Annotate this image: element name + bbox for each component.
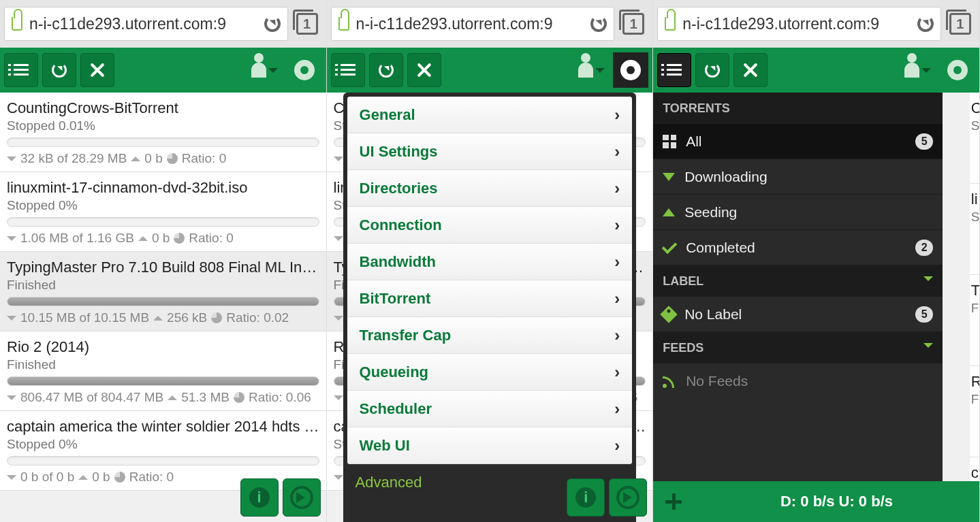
content-peek: CSliSTFRFcS <box>970 93 979 522</box>
settings-item-label: Web UI <box>360 437 410 455</box>
sidebar-item-label: All <box>686 133 701 150</box>
sidebar-header-torrents: TORRENTS <box>653 93 943 124</box>
down-arrow-icon <box>334 475 343 485</box>
url-box[interactable]: n-i-c11de293.utorrent.com:9 <box>331 7 615 41</box>
reload-icon[interactable] <box>917 16 934 32</box>
settings-button[interactable] <box>287 52 322 88</box>
refresh-button[interactable] <box>695 53 729 87</box>
ratio-icon <box>234 392 244 403</box>
tabs-button[interactable]: 1 <box>296 13 318 35</box>
torrent-item[interactable]: TypingMaster Pro 7.10 Build 808 Final ML… <box>0 252 326 331</box>
menu-button[interactable] <box>331 53 365 87</box>
play-button[interactable] <box>609 478 647 517</box>
up-arrow-icon <box>131 152 140 161</box>
settings-item[interactable]: Scheduler› <box>347 391 633 427</box>
url-box[interactable]: n-i-c11de293.utorrent.com:9 <box>657 7 941 41</box>
settings-item[interactable]: BitTorrent› <box>347 280 633 317</box>
add-button[interactable] <box>653 481 694 522</box>
sidebar-item-seeding[interactable]: Seeding <box>653 195 943 230</box>
user-menu[interactable] <box>900 52 936 88</box>
app-toolbar <box>653 48 979 93</box>
tabs-button[interactable]: 1 <box>622 13 644 35</box>
torrent-item[interactable]: CountingCrows-BitTorrentStopped 0.01%32 … <box>0 93 326 172</box>
x-icon <box>743 63 758 78</box>
settings-item[interactable]: Connection› <box>347 207 633 244</box>
down-arrow-icon <box>334 157 343 166</box>
progress-bar <box>7 137 319 147</box>
sidebar-item-downloading[interactable]: Downloading <box>653 159 943 195</box>
refresh-button[interactable] <box>42 53 76 87</box>
sidebar-header-label[interactable]: LABEL <box>653 265 943 297</box>
ratio-icon <box>174 233 185 244</box>
settings-item[interactable]: General› <box>347 97 633 133</box>
refresh-button[interactable] <box>369 53 403 87</box>
down-arrow-icon <box>7 316 16 325</box>
user-icon <box>251 63 266 78</box>
sidebar-item-all[interactable]: All 5 <box>653 124 943 159</box>
ratio-icon <box>211 312 222 323</box>
sidebar-item-label: Completed <box>686 240 755 256</box>
settings-item[interactable]: Directories› <box>347 170 633 207</box>
tabs-button[interactable]: 1 <box>949 13 971 35</box>
settings-item-label: UI Settings <box>360 143 438 161</box>
info-button[interactable]: i <box>240 478 279 517</box>
menu-button[interactable] <box>4 53 38 87</box>
user-menu[interactable] <box>247 52 283 88</box>
torrent-stats: 1.06 MB of 1.16 GB0 bRatio: 0 <box>7 231 319 246</box>
chevron-right-icon: › <box>614 105 620 125</box>
settings-item[interactable]: UI Settings› <box>347 133 633 170</box>
up-arrow-icon <box>168 391 177 400</box>
delete-button[interactable] <box>80 53 114 87</box>
torrent-item[interactable]: Rio 2 (2014)Finished806.47 MB of 804.47 … <box>0 331 326 411</box>
tag-icon <box>660 306 677 323</box>
chevron-right-icon: › <box>614 436 620 455</box>
progress-bar <box>7 376 319 386</box>
delete-button[interactable] <box>733 53 768 87</box>
sidebar-item-label: Downloading <box>684 169 767 185</box>
list-icon <box>341 64 355 76</box>
chevron-right-icon: › <box>614 142 620 161</box>
settings-item[interactable]: Transfer Cap› <box>347 317 633 354</box>
x-icon <box>90 63 105 78</box>
torrent-stats: 806.47 MB of 804.47 MB51.3 MBRatio: 0.06 <box>7 390 319 405</box>
settings-button[interactable] <box>940 52 975 88</box>
torrent-item[interactable]: linuxmint-17-cinnamon-dvd-32bit.isoStopp… <box>0 172 326 252</box>
torrent-status: Stopped 0% <box>7 437 319 452</box>
sidebar-item-nolabel[interactable]: No Label 5 <box>653 297 943 332</box>
app-toolbar <box>327 48 653 93</box>
delete-button[interactable] <box>407 53 441 87</box>
menu-button[interactable] <box>657 53 691 87</box>
sidebar-panel: TORRENTS All 5 Downloading Seeding Compl… <box>653 93 943 481</box>
fab-row: i <box>567 478 647 517</box>
progress-bar <box>7 456 319 466</box>
torrent-stats: 32 kB of 28.29 MB0 bRatio: 0 <box>7 151 319 166</box>
torrent-title: CountingCrows-BitTorrent <box>7 99 319 117</box>
no-feeds: No Feeds <box>653 363 943 399</box>
settings-item[interactable]: Web UI› <box>347 427 633 464</box>
reload-icon[interactable] <box>590 16 607 32</box>
fab-row: i <box>240 478 321 517</box>
info-button[interactable]: i <box>567 478 605 517</box>
torrent-stats: 10.15 MB of 10.15 MB256 kBRatio: 0.02 <box>7 310 319 325</box>
settings-item[interactable]: Queueing› <box>347 354 633 391</box>
chevron-right-icon: › <box>614 179 620 198</box>
play-button[interactable] <box>283 478 321 517</box>
play-icon <box>290 486 313 509</box>
chevron-right-icon: › <box>614 363 620 382</box>
grid-icon <box>663 135 676 148</box>
pane-sidebar: n-i-c11de293.utorrent.com:9 1 TORRENTS A… <box>653 0 980 522</box>
sidebar-header-feeds[interactable]: FEEDS <box>653 332 943 363</box>
sidebar-item-completed[interactable]: Completed 2 <box>653 230 943 265</box>
user-menu[interactable] <box>573 52 609 88</box>
url-box[interactable]: n-i-c11de293.utorrent.com:9 <box>4 7 288 41</box>
down-arrow-icon <box>7 395 16 405</box>
down-arrow-icon <box>334 316 343 325</box>
settings-item[interactable]: Bandwidth› <box>347 244 633 280</box>
list-icon <box>14 64 29 76</box>
settings-button[interactable] <box>613 52 648 88</box>
info-icon: i <box>575 487 596 508</box>
down-arrow-icon <box>7 475 16 485</box>
reload-icon[interactable] <box>264 16 281 32</box>
check-icon <box>662 238 678 254</box>
chevron-right-icon: › <box>614 326 620 345</box>
